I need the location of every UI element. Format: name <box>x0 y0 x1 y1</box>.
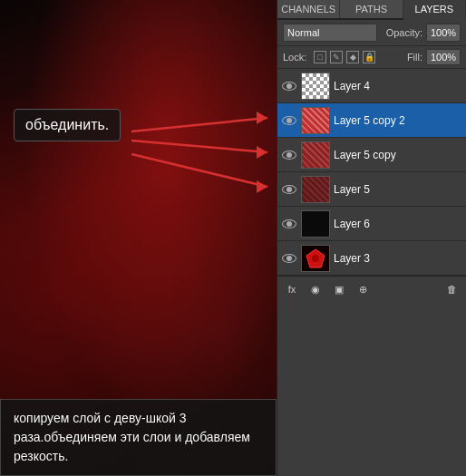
layer-name-layer6: Layer 6 <box>334 218 462 230</box>
layer-eye-layer6[interactable] <box>281 216 297 232</box>
svg-point-7 <box>312 255 319 262</box>
eye-icon-layer5 <box>282 185 296 194</box>
canvas-area: объединить. копируем слой с деву-шкой 3 … <box>0 0 277 476</box>
layer-toolbar: fx ◉ ▣ ⊕ 🗑 <box>277 276 466 302</box>
layer-item-layer6[interactable]: Layer 6 <box>277 207 466 241</box>
layer-thumb-layer5copy <box>301 141 330 169</box>
eye-pupil-layer5copy <box>286 152 292 158</box>
layer-item-layer5copy2[interactable]: Layer 5 copy 2 <box>277 103 466 138</box>
fill-label: Fill: <box>407 52 422 63</box>
layer-name-layer5copy: Layer 5 copy <box>334 149 462 161</box>
fill-value[interactable]: 100% <box>426 49 461 65</box>
layer-item-layer4[interactable]: Layer 4 <box>277 69 466 103</box>
lock-row: Lock: □ ✎ ◆ 🔒 Fill: 100% <box>277 46 466 69</box>
blend-mode-select[interactable]: Normal Dissolve Multiply Screen Overlay <box>283 24 377 42</box>
layer-name-layer4: Layer 4 <box>334 80 462 92</box>
layer-name-layer5: Layer 5 <box>334 183 462 196</box>
svg-marker-3 <box>257 146 267 159</box>
panels-area: CHANNELS PATHS LAYERS Normal Dissolve Mu… <box>277 0 466 476</box>
svg-line-4 <box>131 154 267 187</box>
caption-text: копируем слой с деву-шкой 3 раза.объедин… <box>14 411 250 463</box>
layer-eye-layer4[interactable] <box>281 78 297 94</box>
layer-thumb-layer5copy2 <box>301 107 330 134</box>
layer-thumb-layer5 <box>301 176 330 203</box>
layer-item-layer5[interactable]: Layer 5 <box>277 172 466 207</box>
adjustment-button[interactable]: ◉ <box>306 280 325 298</box>
eye-icon-layer6 <box>282 219 296 228</box>
eye-pupil-layer3 <box>286 256 292 261</box>
tab-layers[interactable]: LAYERS <box>403 0 466 20</box>
fx-button[interactable]: fx <box>283 280 301 298</box>
eye-pupil-layer4 <box>286 83 292 89</box>
lock-label: Lock: <box>283 52 306 63</box>
caption-box: копируем слой с деву-шкой 3 раза.объедин… <box>0 399 277 476</box>
eye-pupil-layer6 <box>286 221 292 227</box>
lock-icon-pen[interactable]: ✎ <box>330 51 343 63</box>
new-layer-button[interactable]: ⊕ <box>354 280 372 298</box>
svg-line-0 <box>131 118 267 131</box>
eye-icon-layer3 <box>282 254 296 263</box>
layer-thumb-layer4 <box>301 73 330 100</box>
tab-paths[interactable]: PATHS <box>340 0 403 18</box>
arrows-svg <box>131 104 277 213</box>
layer-thumb-layer6 <box>301 210 330 238</box>
layer-name-layer3: Layer 3 <box>334 252 462 265</box>
layer-name-layer5copy2: Layer 5 copy 2 <box>334 114 462 127</box>
layer-item-layer3[interactable]: Layer 3 <box>277 241 466 276</box>
tabs-row: CHANNELS PATHS LAYERS <box>277 0 466 20</box>
eye-icon-layer5copy2 <box>282 116 296 125</box>
layer-eye-layer5[interactable] <box>281 181 297 198</box>
annotation-text: объединить. <box>25 117 109 132</box>
lock-icon-square[interactable]: □ <box>314 51 326 63</box>
layer3-shape-icon <box>306 248 325 268</box>
group-button[interactable]: ▣ <box>330 280 348 298</box>
eye-icon-layer4 <box>282 82 296 91</box>
svg-line-2 <box>131 141 267 152</box>
opacity-value[interactable]: 100% <box>426 24 461 42</box>
lock-icon-move[interactable]: ◆ <box>346 51 359 63</box>
svg-marker-5 <box>257 180 267 193</box>
layers-list: Layer 4 Layer 5 copy 2 L <box>277 69 466 276</box>
eye-icon-layer5copy <box>282 151 296 160</box>
annotation-box: объединить. <box>14 109 121 141</box>
tab-channels[interactable]: CHANNELS <box>277 0 340 18</box>
layer-item-layer5copy[interactable]: Layer 5 copy <box>277 138 466 172</box>
delete-layer-button[interactable]: 🗑 <box>442 280 461 298</box>
layer-thumb-layer3 <box>301 245 330 272</box>
opacity-label: Opacity: <box>386 27 422 38</box>
lock-icon-all[interactable]: 🔒 <box>363 51 375 63</box>
eye-pupil-layer5copy2 <box>286 118 292 123</box>
svg-marker-1 <box>257 112 267 124</box>
layer-eye-layer5copy[interactable] <box>281 147 297 163</box>
eye-pupil-layer5 <box>286 187 292 192</box>
layer-eye-layer3[interactable] <box>281 250 297 267</box>
layer-eye-layer5copy2[interactable] <box>281 112 297 129</box>
blend-row: Normal Dissolve Multiply Screen Overlay … <box>277 20 466 46</box>
